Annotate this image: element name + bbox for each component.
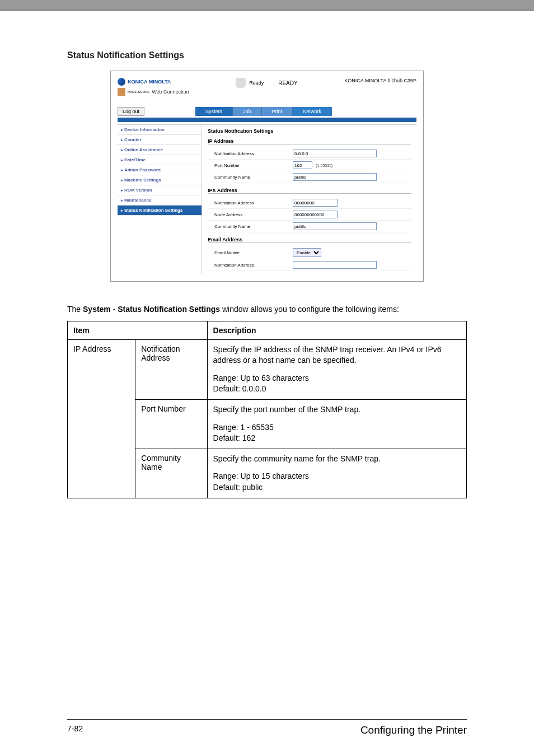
ipx-community-input[interactable] xyxy=(293,222,377,230)
notif-addr-input[interactable] xyxy=(293,150,377,157)
sidebar-item-counter[interactable]: Counter xyxy=(118,135,202,145)
tab-job[interactable]: Job xyxy=(233,107,262,116)
footer: 7-82 Configuring the Printer xyxy=(67,719,467,736)
port-label: Port Number xyxy=(214,163,293,168)
embedded-screenshot: KONICA MINOLTA PAGE SCOPE Web Connection… xyxy=(110,71,424,282)
node-input[interactable] xyxy=(293,211,338,218)
ready-small: Ready xyxy=(249,80,264,86)
cell-desc: Specify the IP address of the SNMP trap … xyxy=(207,339,466,399)
ipx-section-title: IPX Address xyxy=(208,188,411,194)
ip-section-title: IP Address xyxy=(208,138,411,144)
sidebar-item-online-assistance[interactable]: Online Assistance xyxy=(118,145,202,155)
blue-bar xyxy=(118,118,416,122)
tab-print[interactable]: Print xyxy=(262,107,293,116)
cell-desc: Specify the port number of the SNMP trap… xyxy=(207,399,466,449)
km-logo-icon xyxy=(118,78,125,86)
cell-desc: Specify the community name for the SNMP … xyxy=(207,449,466,498)
sidebar-item-date-time[interactable]: Date/Time xyxy=(118,155,202,165)
ipx-notif-input[interactable] xyxy=(293,199,338,207)
community-label: Community Name xyxy=(214,175,293,180)
web-connection-text: Web Connection xyxy=(152,89,189,95)
ready-big: READY xyxy=(278,80,297,86)
cell-sub: Community Name xyxy=(135,449,207,498)
port-input[interactable] xyxy=(293,161,312,169)
email-notice-select[interactable]: Enable xyxy=(293,248,321,257)
sidebar: Device Information Counter Online Assist… xyxy=(118,125,202,274)
page-number: 7-82 xyxy=(67,724,83,736)
tab-bar: System Job Print Network xyxy=(195,107,332,116)
page-title: Status Notification Settings xyxy=(67,50,467,60)
main-heading: Status Notification Settings xyxy=(208,128,411,134)
email-notif-label: Notification Address xyxy=(214,263,293,268)
tab-system[interactable]: System xyxy=(195,107,233,116)
pagescope-icon xyxy=(118,88,125,96)
sidebar-item-status-notif[interactable]: Status Notification Settings xyxy=(118,206,202,216)
km-logo-text: KONICA MINOLTA xyxy=(128,79,171,85)
sidebar-item-rom-version[interactable]: ROM Version xyxy=(118,185,202,195)
model-text: KONICA MINOLTA bizhub C35P xyxy=(344,78,416,83)
cell-sub: Notification Address xyxy=(135,339,207,399)
pagescope-text: PAGE SCOPE xyxy=(128,90,149,94)
email-notice-label: Email Notice xyxy=(214,250,293,255)
ipx-community-label: Community Name xyxy=(214,224,293,229)
notif-addr-label: Notification Address xyxy=(214,151,293,156)
footer-title: Configuring the Printer xyxy=(360,724,467,736)
sidebar-item-device-info[interactable]: Device Information xyxy=(118,125,202,135)
port-hint: (1-65535) xyxy=(316,164,332,167)
node-label: Node Address xyxy=(214,212,293,217)
th-item: Item xyxy=(68,321,208,339)
sidebar-item-maintenance[interactable]: Maintenance xyxy=(118,195,202,206)
community-input[interactable] xyxy=(293,173,377,181)
sidebar-item-machine-settings[interactable]: Machine Settings xyxy=(118,175,202,185)
sidebar-item-admin-password[interactable]: Admin Password xyxy=(118,165,202,175)
email-notif-input[interactable] xyxy=(293,261,377,269)
printer-icon xyxy=(236,78,246,88)
logout-button[interactable]: Log out xyxy=(118,107,144,116)
cell-sub: Port Number xyxy=(135,399,207,449)
th-description: Description xyxy=(207,321,466,339)
tab-network[interactable]: Network xyxy=(293,107,332,116)
ipx-notif-label: Notification Address xyxy=(214,200,293,206)
email-section-title: Email Address xyxy=(208,237,411,243)
cell-item: IP Address xyxy=(68,339,135,498)
description-text: The System - Status Notification Setting… xyxy=(67,304,467,315)
table-row: IP Address Notification Address Specify … xyxy=(68,339,467,399)
settings-table: Item Description IP Address Notification… xyxy=(67,321,467,498)
